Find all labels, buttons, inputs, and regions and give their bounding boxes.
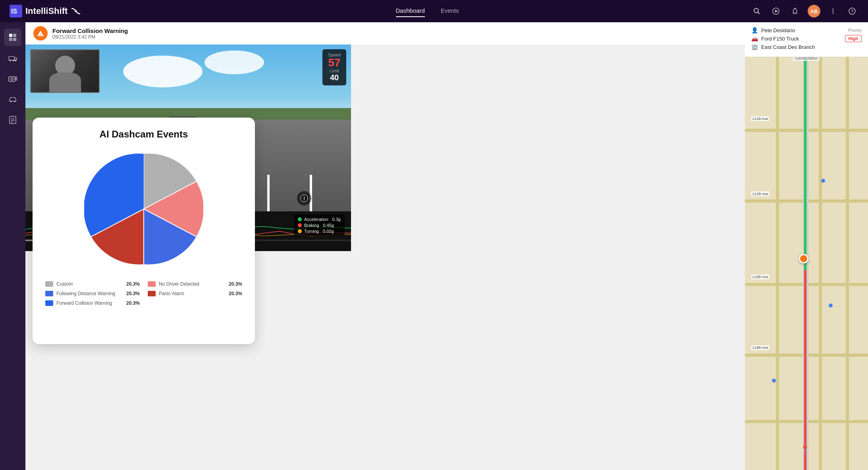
branch-name: East Coast Des Branch — [761, 44, 815, 50]
building-icon: 🏢 — [751, 44, 758, 50]
legend-following-distance: Following Distance Warning 20.3% — [45, 291, 140, 296]
nav-dashboard[interactable]: Dashboard — [396, 7, 425, 15]
legend-label-custom: Custom — [56, 281, 123, 287]
map-street-v2 — [819, 54, 822, 470]
svg-text:!: ! — [303, 196, 305, 201]
map-event-marker — [799, 254, 808, 263]
svg-rect-28 — [10, 116, 16, 124]
svg-text:IS: IS — [11, 8, 17, 15]
svg-rect-17 — [13, 38, 16, 41]
user-avatar[interactable]: AB — [808, 5, 820, 17]
acceleration-legend: Acceleration 0.3g — [298, 217, 341, 222]
legend-label-no-driver: No Driver Detected — [159, 281, 226, 287]
pie-chart-title: AI Dashcam Events — [45, 129, 242, 140]
legend-color-fcw — [45, 300, 53, 306]
event-type-icon: ! — [33, 26, 48, 41]
svg-point-10 — [833, 11, 834, 12]
svg-point-25 — [11, 78, 13, 80]
event-header: ! Forward Collision Warning 09/21/2022 3… — [25, 22, 868, 44]
map-route-red — [804, 270, 806, 470]
svg-rect-18 — [9, 56, 15, 60]
turning-label: Turning — [304, 229, 319, 234]
left-sidebar — [0, 22, 25, 470]
event-date: 09/21/2022 3:42 PM — [52, 34, 128, 40]
legend-color-custom — [45, 281, 53, 287]
app-logo[interactable]: IS IntelliShift — [10, 5, 80, 17]
map-info-card: 👤 Pete Desidario Priority 🚗 Ford F150 Tr… — [745, 22, 868, 57]
legend-label-following: Following Distance Warning — [56, 291, 123, 296]
legend-fcw: Forward Collision Warning 20.3% — [45, 300, 140, 306]
speed-value: 57 — [328, 57, 341, 68]
acceleration-label: Acceleration — [304, 217, 328, 222]
svg-point-26 — [10, 101, 12, 103]
turning-legend: Turning 0.02g — [298, 229, 341, 234]
pie-chart-card: AI Dashcam Events Custom 20.3% — [33, 118, 255, 344]
svg-point-9 — [833, 9, 834, 10]
sidebar-item-vehicles[interactable] — [4, 91, 21, 108]
play-button[interactable] — [770, 5, 782, 17]
svg-point-22 — [15, 60, 17, 62]
svg-point-3 — [754, 8, 758, 13]
cloud-1 — [123, 56, 203, 87]
svg-point-27 — [14, 101, 15, 103]
sidebar-item-dashboard[interactable] — [4, 29, 21, 46]
svg-rect-16 — [9, 38, 12, 41]
speed-overlay: Speed 57 Limit 40 — [322, 49, 346, 85]
svg-rect-14 — [9, 34, 12, 37]
pie-chart-container — [45, 149, 242, 269]
svg-text:!: ! — [40, 33, 41, 37]
turning-color — [298, 229, 302, 233]
branch-info-row: 🏢 East Coast Des Branch — [751, 44, 862, 50]
legend-label-panic: Panic Alarm — [159, 291, 226, 296]
acceleration-value: 0.3g — [332, 217, 341, 222]
svg-point-8 — [795, 8, 795, 9]
nav-events[interactable]: Events — [441, 7, 459, 15]
vehicle-name: Ford F150 Truck — [761, 36, 799, 42]
sidebar-item-tasks[interactable] — [4, 111, 21, 129]
svg-point-11 — [833, 13, 834, 14]
help-button[interactable]: ? — [846, 5, 858, 17]
braking-value: 0.45g — [323, 223, 334, 228]
map-vehicle-bottom: 📍 — [800, 445, 809, 453]
sidebar-item-fleet[interactable] — [4, 49, 21, 67]
telemetry-legend: Acceleration 0.3g Braking 0.45g Turning … — [294, 215, 345, 236]
event-title: Forward Collision Warning — [52, 27, 128, 34]
legend-pct-fcw: 20.3% — [126, 300, 140, 306]
priority-badge: High — [845, 35, 862, 42]
cloud-2 — [204, 50, 264, 74]
driver-body-silhouette — [49, 72, 81, 92]
sidebar-item-camera[interactable] — [4, 70, 21, 87]
map-label-1: 111th Ave — [751, 116, 770, 121]
road-white-line-2 — [310, 175, 312, 211]
pie-chart-legend: Custom 20.3% No Driver Detected 20.3% Fo… — [45, 281, 242, 306]
svg-point-2 — [75, 10, 77, 12]
driver-camera-feed — [31, 50, 99, 92]
svg-rect-23 — [9, 77, 15, 81]
road-white-line-1 — [267, 175, 270, 211]
braking-label: Braking — [304, 223, 319, 228]
driver-name: Pete Desidario — [761, 27, 795, 33]
priority-label: Priority — [848, 28, 862, 33]
pie-chart-svg — [84, 149, 203, 269]
map-label-3: 112th Ave — [751, 275, 770, 279]
driver-info-row: 👤 Pete Desidario Priority — [751, 27, 862, 33]
acceleration-color — [298, 217, 302, 221]
svg-text:?: ? — [851, 9, 854, 14]
poi-3 — [772, 379, 776, 383]
svg-rect-15 — [13, 34, 16, 37]
map-background: GameStation 111th Ave 111th Ave 112th Av… — [745, 54, 868, 470]
nav-actions: AB ? — [750, 5, 858, 17]
legend-color-panic — [148, 291, 156, 296]
notifications-button[interactable] — [789, 5, 801, 17]
legend-no-driver: No Driver Detected 20.3% — [148, 281, 242, 287]
legend-label-fcw: Forward Collision Warning — [56, 300, 123, 306]
map-street-v3 — [846, 54, 849, 470]
svg-point-20 — [10, 60, 11, 62]
more-options-button[interactable] — [827, 5, 839, 17]
map-street-v1 — [776, 54, 779, 470]
map-panel: 👤 Pete Desidario Priority 🚗 Ford F150 Tr… — [745, 22, 868, 470]
vehicle-info-row: 🚗 Ford F150 Truck High — [751, 35, 862, 42]
legend-pct-no-driver: 20.3% — [229, 281, 242, 287]
person-icon: 👤 — [751, 27, 758, 33]
search-button[interactable] — [750, 5, 763, 17]
